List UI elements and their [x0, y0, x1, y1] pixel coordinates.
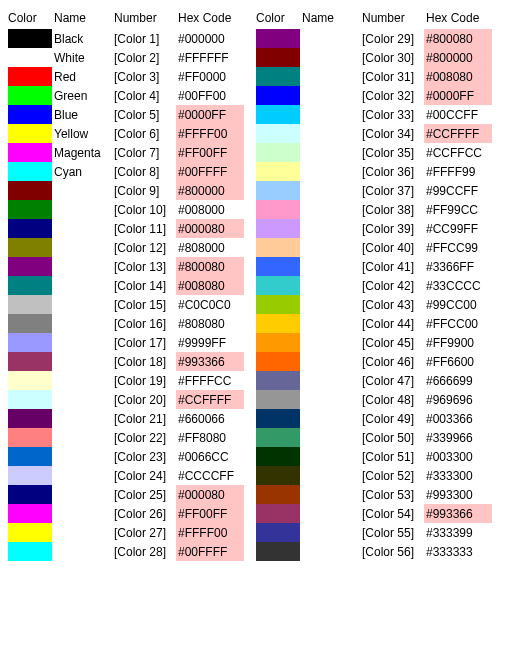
swatch-cell: [8, 371, 52, 390]
swatch-cell: [256, 200, 300, 219]
color-name: [52, 409, 112, 428]
color-hex: #800000: [176, 181, 244, 200]
header-name: Name: [52, 8, 112, 29]
swatch-cell: [256, 48, 300, 67]
swatch-cell: [8, 124, 52, 143]
table-row: [Color 38]#FF99CC: [256, 200, 492, 219]
swatch-cell: [8, 447, 52, 466]
color-swatch: [256, 295, 300, 314]
color-swatch: [8, 523, 52, 542]
table-row: [Color 33]#00CCFF: [256, 105, 492, 124]
swatch-cell: [8, 428, 52, 447]
color-hex: #FF00FF: [176, 143, 244, 162]
color-swatch: [256, 162, 300, 181]
color-tables: Color Name Number Hex Code Black[Color 1…: [8, 8, 497, 561]
swatch-cell: [256, 314, 300, 333]
color-hex: #9999FF: [176, 333, 244, 352]
color-swatch: [8, 333, 52, 352]
table-row: Magenta[Color 7]#FF00FF: [8, 143, 244, 162]
color-swatch: [256, 124, 300, 143]
color-hex: #993366: [424, 504, 492, 523]
table-row: [Color 14]#008080: [8, 276, 244, 295]
color-swatch: [256, 485, 300, 504]
color-name: [300, 67, 360, 86]
color-name: [52, 200, 112, 219]
color-number: [Color 11]: [112, 219, 176, 238]
header-color: Color: [256, 8, 300, 29]
swatch-cell: [8, 257, 52, 276]
color-hex: #C0C0C0: [176, 295, 244, 314]
color-name: [300, 238, 360, 257]
color-name: [300, 447, 360, 466]
color-name: Green: [52, 86, 112, 105]
color-swatch: [256, 219, 300, 238]
swatch-cell: [256, 542, 300, 561]
color-name: [52, 238, 112, 257]
table-row: [Color 39]#CC99FF: [256, 219, 492, 238]
color-swatch: [256, 276, 300, 295]
color-hex: #800080: [424, 29, 492, 49]
color-name: [52, 276, 112, 295]
color-hex: #FF6600: [424, 352, 492, 371]
color-number: [Color 21]: [112, 409, 176, 428]
color-hex: #FFCC99: [424, 238, 492, 257]
color-number: [Color 44]: [360, 314, 424, 333]
color-swatch: [256, 48, 300, 67]
swatch-cell: [8, 485, 52, 504]
color-name: [300, 542, 360, 561]
table-row: [Color 37]#99CCFF: [256, 181, 492, 200]
table-row: [Color 55]#333399: [256, 523, 492, 542]
table-row: [Color 40]#FFCC99: [256, 238, 492, 257]
color-number: [Color 51]: [360, 447, 424, 466]
swatch-cell: [8, 29, 52, 49]
color-name: [52, 219, 112, 238]
color-hex: #00FF00: [176, 86, 244, 105]
color-hex: #CCCCFF: [176, 466, 244, 485]
color-number: [Color 41]: [360, 257, 424, 276]
color-hex: #008000: [176, 200, 244, 219]
color-hex: #800000: [424, 48, 492, 67]
color-name: Cyan: [52, 162, 112, 181]
color-swatch: [8, 466, 52, 485]
color-name: [300, 257, 360, 276]
color-swatch: [256, 29, 300, 48]
color-swatch: [256, 447, 300, 466]
swatch-cell: [256, 124, 300, 143]
swatch-cell: [8, 181, 52, 200]
table-row: Yellow[Color 6]#FFFF00: [8, 124, 244, 143]
swatch-cell: [256, 181, 300, 200]
color-name: White: [52, 48, 112, 67]
swatch-cell: [256, 105, 300, 124]
color-swatch: [256, 181, 300, 200]
color-hex: #33CCCC: [424, 276, 492, 295]
header-number: Number: [360, 8, 424, 29]
color-name: Magenta: [52, 143, 112, 162]
color-hex: #3366FF: [424, 257, 492, 276]
color-hex: #CC99FF: [424, 219, 492, 238]
color-number: [Color 39]: [360, 219, 424, 238]
color-hex: #0066CC: [176, 447, 244, 466]
color-number: [Color 50]: [360, 428, 424, 447]
color-swatch: [8, 67, 52, 86]
color-swatch: [256, 333, 300, 352]
table-row: [Color 48]#969696: [256, 390, 492, 409]
table-row: [Color 15]#C0C0C0: [8, 295, 244, 314]
color-number: [Color 4]: [112, 86, 176, 105]
color-number: [Color 12]: [112, 238, 176, 257]
swatch-cell: [8, 143, 52, 162]
swatch-cell: [256, 523, 300, 542]
color-hex: #FF0000: [176, 67, 244, 86]
color-number: [Color 35]: [360, 143, 424, 162]
color-hex: #0000FF: [424, 86, 492, 105]
color-hex: #00FFFF: [176, 162, 244, 181]
swatch-cell: [256, 67, 300, 86]
table-row: [Color 46]#FF6600: [256, 352, 492, 371]
swatch-cell: [256, 29, 300, 49]
swatch-cell: [8, 352, 52, 371]
color-swatch: [8, 390, 52, 409]
table-row: [Color 16]#808080: [8, 314, 244, 333]
color-hex: #FF9900: [424, 333, 492, 352]
color-number: [Color 7]: [112, 143, 176, 162]
color-number: [Color 34]: [360, 124, 424, 143]
color-name: [300, 124, 360, 143]
